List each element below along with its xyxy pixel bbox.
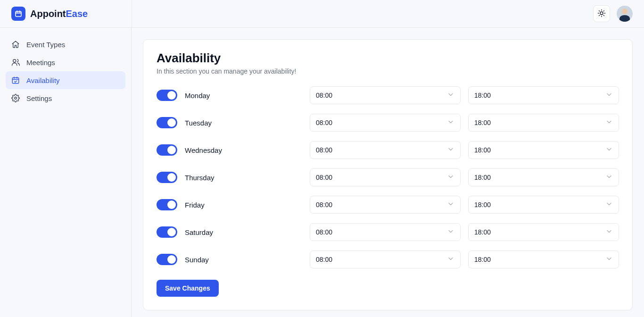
till-time-select[interactable]: 18:00 [468, 141, 619, 159]
home-icon [11, 40, 20, 49]
from-time-select[interactable]: 08:00 [310, 250, 461, 268]
day-toggle[interactable] [157, 226, 177, 238]
svg-rect-0 [16, 11, 21, 17]
brand-text: AppointEase [30, 8, 88, 19]
till-time-value: 18:00 [474, 146, 491, 154]
till-time-select[interactable]: 18:00 [468, 250, 619, 268]
topbar: AppointEase [0, 0, 644, 28]
till-time-select[interactable]: 18:00 [468, 86, 619, 104]
from-time-value: 08:00 [316, 146, 332, 154]
till-time-value: 18:00 [474, 92, 491, 99]
availability-row: Saturday08:0018:00 [157, 223, 619, 241]
availability-row: Friday08:0018:00 [157, 196, 619, 214]
chevron-down-icon [447, 118, 454, 127]
till-time-value: 18:00 [474, 174, 491, 181]
main: Availability In this section you can man… [132, 28, 644, 317]
from-time-value: 08:00 [316, 228, 332, 236]
chevron-down-icon [447, 228, 454, 237]
from-time-value: 08:00 [316, 174, 332, 181]
day-label: Sunday [185, 256, 302, 264]
chevron-down-icon [447, 255, 454, 264]
till-time-select[interactable]: 18:00 [468, 196, 619, 214]
sidebar-item-label: Settings [26, 94, 52, 102]
from-time-select[interactable]: 08:00 [310, 114, 461, 132]
from-time-select[interactable]: 08:00 [310, 168, 461, 186]
sun-icon [597, 9, 606, 19]
day-toggle[interactable] [157, 117, 177, 128]
brand-text-a: Appoint [30, 8, 66, 19]
chevron-down-icon [447, 200, 454, 209]
svg-point-2 [13, 59, 16, 62]
page-subtitle: In this section you can manage your avai… [157, 67, 619, 75]
avatar-image [619, 8, 630, 22]
till-time-value: 18:00 [474, 228, 491, 236]
svg-point-1 [600, 12, 603, 15]
sidebar: Event Types Meetings Availability Settin… [0, 28, 132, 317]
from-time-select[interactable]: 08:00 [310, 86, 461, 104]
availability-row: Sunday08:0018:00 [157, 250, 619, 268]
from-time-value: 08:00 [316, 201, 332, 209]
divider [132, 0, 132, 27]
chevron-down-icon [447, 91, 454, 100]
sidebar-item-label: Meetings [26, 58, 55, 67]
day-label: Saturday [185, 228, 302, 236]
sidebar-item-settings[interactable]: Settings [6, 89, 125, 107]
from-time-select[interactable]: 08:00 [310, 196, 461, 214]
till-time-select[interactable]: 18:00 [468, 223, 619, 241]
chevron-down-icon [605, 173, 613, 182]
page-title: Availability [157, 51, 619, 66]
from-time-value: 08:00 [316, 256, 332, 263]
users-icon [11, 58, 20, 67]
availability-card: Availability In this section you can man… [143, 39, 633, 310]
till-time-value: 18:00 [474, 201, 491, 209]
chevron-down-icon [605, 200, 613, 209]
day-label: Tuesday [185, 119, 302, 127]
brand-logo-icon [11, 7, 25, 21]
chevron-down-icon [447, 173, 454, 182]
brand-text-b: Ease [66, 8, 88, 19]
day-label: Wednesday [185, 146, 302, 154]
availability-row: Thursday08:0018:00 [157, 168, 619, 186]
availability-row: Tuesday08:0018:00 [157, 114, 619, 132]
svg-point-4 [15, 97, 17, 100]
from-time-select[interactable]: 08:00 [310, 223, 461, 241]
sidebar-item-meetings[interactable]: Meetings [6, 53, 125, 71]
till-time-select[interactable]: 18:00 [468, 114, 619, 132]
availability-row: Wednesday08:0018:00 [157, 141, 619, 159]
sidebar-item-label: Availability [26, 76, 60, 84]
day-toggle[interactable] [157, 254, 177, 265]
theme-toggle-button[interactable] [593, 5, 610, 22]
sidebar-item-availability[interactable]: Availability [6, 71, 125, 89]
chevron-down-icon [605, 146, 613, 155]
from-time-value: 08:00 [316, 119, 332, 126]
from-time-value: 08:00 [316, 92, 332, 99]
till-time-value: 18:00 [474, 256, 491, 263]
save-button[interactable]: Save Changes [157, 280, 219, 297]
chevron-down-icon [605, 118, 613, 127]
day-label: Monday [185, 92, 302, 100]
till-time-value: 18:00 [474, 119, 491, 126]
day-toggle[interactable] [157, 144, 177, 156]
chevron-down-icon [447, 146, 454, 155]
till-time-select[interactable]: 18:00 [468, 168, 619, 186]
gear-icon [11, 94, 20, 102]
sidebar-item-label: Event Types [26, 41, 65, 49]
topbar-right [593, 5, 644, 22]
calendar-check-icon [11, 76, 20, 84]
chevron-down-icon [605, 255, 613, 264]
svg-rect-3 [12, 78, 19, 83]
sidebar-item-event-types[interactable]: Event Types [6, 35, 125, 53]
chevron-down-icon [605, 228, 613, 237]
availability-row: Monday08:0018:00 [157, 86, 619, 104]
day-label: Thursday [185, 174, 302, 182]
day-label: Friday [185, 201, 302, 209]
day-toggle[interactable] [157, 172, 177, 183]
avatar[interactable] [617, 6, 633, 22]
day-toggle[interactable] [157, 199, 177, 210]
chevron-down-icon [605, 91, 613, 100]
brand[interactable]: AppointEase [0, 7, 88, 21]
day-toggle[interactable] [157, 90, 177, 101]
from-time-select[interactable]: 08:00 [310, 141, 461, 159]
